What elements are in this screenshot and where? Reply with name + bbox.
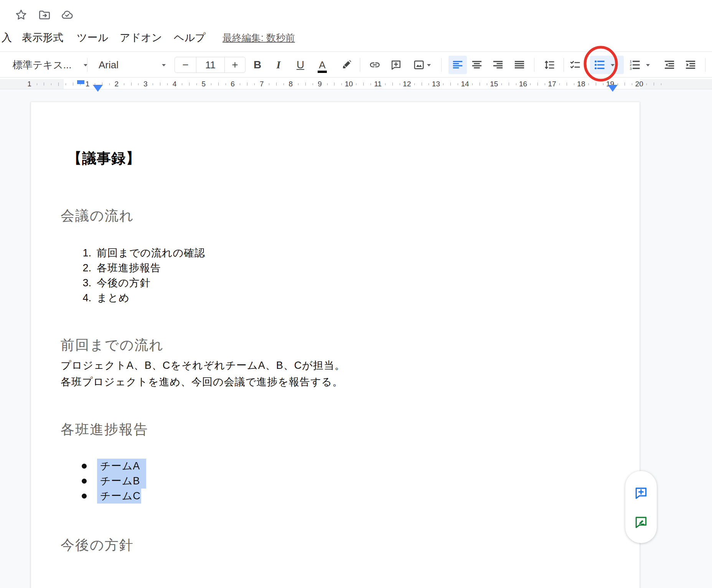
ruler-tick [247, 83, 247, 86]
decrease-font-size-button[interactable]: − [175, 57, 196, 73]
right-indent-marker[interactable] [608, 85, 618, 92]
checklist-button[interactable] [566, 56, 584, 74]
align-right-button[interactable] [489, 56, 507, 74]
ruler-tick [58, 83, 59, 86]
add-comment-button[interactable] [387, 56, 405, 74]
numbered-list-button[interactable]: 1 2 3 [625, 56, 659, 74]
paragraph[interactable]: プロジェクトA、B、CをそれぞれチームA、B、Cが担当。 [61, 358, 345, 372]
chevron-down-icon [162, 64, 166, 68]
doc-title[interactable]: 【議事録】 [68, 149, 140, 168]
ruler-tick [422, 83, 422, 86]
list-text[interactable]: チームB [100, 474, 140, 489]
italic-icon: I [277, 59, 281, 71]
list-item[interactable]: 3. 今後の方針 [31, 276, 639, 291]
ruler-tick [429, 83, 429, 85]
ruler-tick [545, 83, 545, 85]
ruler-tick [385, 83, 386, 85]
align-center-button[interactable] [468, 56, 486, 74]
heading-progress[interactable]: 各班進捗報告 [61, 420, 148, 439]
font-dropdown[interactable]: Arial [92, 56, 171, 74]
ruler-tick [625, 83, 625, 86]
list-text[interactable]: 前回までの流れの確認 [97, 246, 205, 261]
italic-button[interactable]: I [269, 56, 288, 74]
toolbar: 標準テキス... Arial − 11 + B I U A [0, 51, 712, 78]
agenda-list[interactable]: 1. 前回までの流れの確認 2. 各班進捗報告 3. 今後の方針 4. まとめ [31, 246, 639, 306]
increase-font-size-button[interactable]: + [225, 57, 245, 73]
star-icon[interactable] [14, 8, 28, 22]
first-line-indent-marker[interactable] [77, 80, 84, 84]
list-item[interactable]: 4. まとめ [31, 291, 639, 306]
align-left-button[interactable] [448, 56, 467, 74]
ruler-label: 3 [143, 80, 148, 88]
add-comment-fab[interactable] [634, 486, 648, 500]
floating-actions [625, 471, 657, 543]
paragraph-style-value: 標準テキス... [13, 58, 72, 72]
ruler-tick [363, 83, 364, 86]
ruler-tick [305, 83, 306, 86]
line-spacing-button[interactable] [540, 56, 559, 74]
heading-agenda[interactable]: 会議の流れ [61, 206, 134, 225]
ruler-label: 1 [27, 80, 31, 88]
list-item[interactable]: 2. 各班進捗報告 [31, 261, 639, 276]
font-value: Arial [99, 59, 119, 71]
ruler-tick [327, 83, 328, 85]
ruler-tick [218, 83, 219, 86]
left-indent-marker[interactable] [93, 85, 103, 92]
list-item[interactable]: チームC [31, 489, 639, 504]
heading-previous[interactable]: 前回までの流れ [61, 336, 164, 355]
menu-insert-cut[interactable]: 入 [2, 29, 12, 46]
list-text[interactable]: 今後の方針 [97, 276, 151, 291]
ruler-label: 9 [318, 80, 322, 88]
menu-tools[interactable]: ツール [77, 29, 108, 46]
ruler-tick [109, 83, 110, 85]
ruler-tick [167, 83, 168, 85]
plus-icon: + [232, 59, 238, 71]
document-page[interactable]: 【議事録】 会議の流れ 1. 前回までの流れの確認 2. 各班進捗報告 3. 今… [31, 102, 640, 588]
list-number: 4. [79, 291, 91, 306]
image-icon [413, 59, 425, 71]
ruler-tick [537, 83, 538, 86]
comment-plus-icon [390, 59, 402, 71]
ruler-label: 4 [173, 80, 177, 88]
decrease-indent-button[interactable] [660, 56, 679, 74]
highlight-color-button[interactable] [337, 56, 356, 74]
list-item[interactable]: チームA [31, 459, 639, 474]
list-item[interactable]: 1. 前回までの流れの確認 [31, 246, 639, 261]
menu-addons[interactable]: アドオン [120, 29, 162, 46]
suggest-edits-fab[interactable] [634, 515, 648, 529]
insert-link-button[interactable] [366, 56, 384, 74]
paragraph[interactable]: 各班プロジェクトを進め、今回の会議で進捗を報告する。 [61, 375, 343, 389]
align-center-icon [471, 59, 483, 71]
list-text[interactable]: チームC [100, 489, 141, 504]
list-item[interactable]: チームB [31, 474, 639, 489]
justify-button[interactable] [510, 56, 529, 74]
ruler-tick [283, 83, 284, 85]
minus-icon: − [182, 59, 188, 71]
ruler-tick [211, 83, 211, 85]
insert-image-button[interactable] [407, 56, 437, 74]
bold-button[interactable]: B [248, 56, 267, 74]
move-to-folder-icon[interactable] [38, 8, 51, 22]
list-text[interactable]: チームA [100, 459, 140, 474]
list-text[interactable]: 各班進捗報告 [97, 261, 161, 276]
toolbar-divider [87, 58, 87, 72]
last-edit-link[interactable]: 最終編集: 数秒前 [222, 29, 295, 46]
bullet-list-button[interactable] [590, 56, 624, 74]
ruler-tick [189, 83, 190, 86]
ruler-tick [392, 83, 393, 86]
font-size-input[interactable]: 11 [196, 57, 225, 73]
team-bullet-list[interactable]: チームA チームB チームC [31, 459, 639, 504]
paragraph-style-dropdown[interactable]: 標準テキス... [10, 56, 82, 74]
list-text[interactable]: まとめ [97, 291, 130, 306]
cloud-saved-icon[interactable] [60, 8, 74, 22]
menu-help[interactable]: ヘルプ [174, 29, 206, 46]
menu-format[interactable]: 表示形式 [22, 29, 63, 46]
underline-button[interactable]: U [291, 56, 310, 74]
increase-indent-button[interactable] [681, 56, 700, 74]
ruler-tick [73, 83, 73, 86]
text-color-button[interactable]: A [313, 56, 331, 74]
ruler-label: 5 [202, 80, 206, 88]
chevron-down-icon [646, 64, 650, 68]
heading-policy[interactable]: 今後の方針 [61, 536, 134, 555]
ruler-tick [160, 83, 160, 86]
